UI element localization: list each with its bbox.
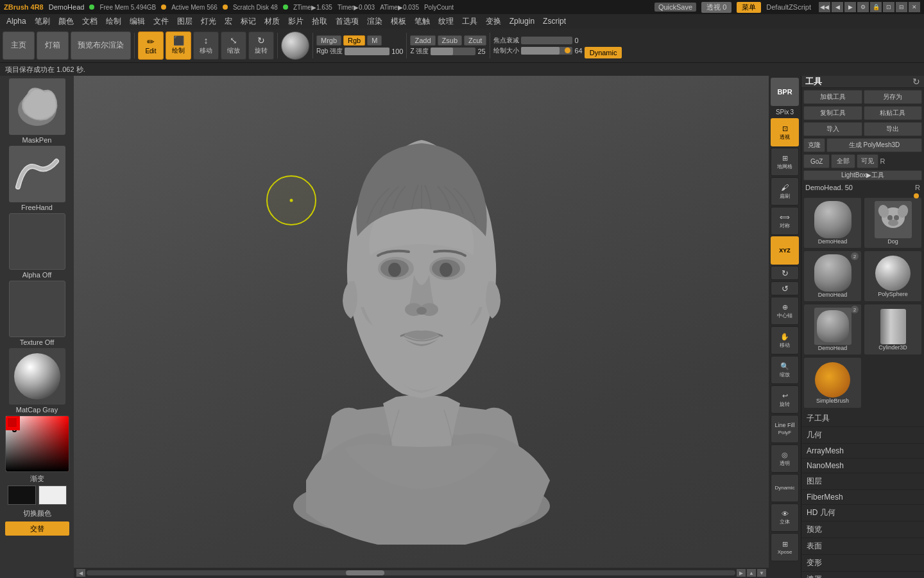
exchange-btn[interactable]: 交替: [5, 521, 69, 536]
section-geometry[interactable]: 几何: [801, 427, 924, 444]
m-btn[interactable]: M: [367, 35, 382, 46]
z-strength-slider[interactable]: [431, 48, 475, 55]
rotate-ccw-btn[interactable]: ↺: [771, 281, 799, 295]
menu-macro[interactable]: 宏: [221, 15, 236, 28]
zoom-btn[interactable]: 🔍 缩放: [771, 356, 799, 384]
tool-polysphere[interactable]: PolySphere: [864, 250, 922, 302]
menu-file[interactable]: 文件: [150, 15, 173, 28]
transparent-btn[interactable]: ◎ 透明: [771, 444, 799, 473]
scroll-left[interactable]: ◀: [76, 569, 85, 577]
scroll-up[interactable]: ▲: [747, 569, 756, 577]
save-tool-btn[interactable]: 另存为: [864, 90, 923, 104]
lightbox-tool-btn[interactable]: LightBox▶工具: [803, 170, 922, 180]
section-deformation[interactable]: 变形: [801, 555, 924, 572]
menu-tool[interactable]: 工具: [458, 15, 481, 28]
scroll-right[interactable]: ▶: [737, 569, 746, 577]
dynamic-btn2[interactable]: Dynamic: [771, 474, 799, 502]
rotate-cw-btn[interactable]: ↻: [771, 266, 799, 280]
import-btn[interactable]: 导入: [803, 122, 862, 136]
refresh-icon[interactable]: ↻: [912, 76, 920, 87]
zcut-btn[interactable]: Zcut: [464, 35, 486, 46]
all-btn[interactable]: 全部: [831, 154, 855, 168]
home-btn[interactable]: 主页: [3, 31, 35, 60]
section-arraymesh[interactable]: ArrayMesh: [801, 444, 924, 459]
matcap-gray[interactable]: MatCap Gray: [5, 348, 69, 414]
icon-btn8[interactable]: ✕: [909, 2, 920, 12]
menu-alpha[interactable]: Alpha: [3, 15, 30, 27]
section-layers[interactable]: 图层: [801, 473, 924, 490]
icon-btn2[interactable]: ◀: [832, 2, 843, 12]
icon-btn5[interactable]: 🔒: [870, 2, 882, 12]
rotate-btn[interactable]: ↻ 旋转: [248, 31, 274, 60]
section-hdgeometry[interactable]: HD 几何: [801, 505, 924, 521]
menu-zscript[interactable]: Zscript: [539, 15, 570, 27]
tool-cylinder3d[interactable]: Cylinder3D: [864, 304, 922, 355]
section-masking[interactable]: 遮罩: [801, 572, 924, 578]
swatch-black[interactable]: [8, 486, 36, 505]
menu-zplugin[interactable]: Zplugin: [506, 15, 538, 27]
quicksave-btn[interactable]: QuickSave: [654, 3, 696, 12]
zadd-btn[interactable]: Zadd: [410, 35, 435, 46]
move-btn2[interactable]: ✋ 移动: [771, 326, 799, 355]
flat-brush-btn[interactable]: 🖌 扁刷: [771, 177, 799, 206]
move-btn[interactable]: ↕ 移动: [193, 31, 219, 60]
scroll-track[interactable]: [87, 570, 735, 575]
zsub-btn[interactable]: Zsub: [438, 35, 462, 46]
menu-layer[interactable]: 图层: [173, 15, 196, 28]
menu-brush[interactable]: 笔刷: [31, 15, 54, 28]
tool-demohead1[interactable]: DemoHead: [803, 197, 862, 249]
menu-draw[interactable]: 绘制: [102, 15, 125, 28]
export-btn[interactable]: 导出: [864, 122, 923, 136]
focal-slider[interactable]: [521, 37, 572, 44]
rotate-btn2[interactable]: ↩ 旋转: [771, 385, 799, 414]
section-surface[interactable]: 表面: [801, 538, 924, 555]
stereo-btn[interactable]: 👁 立体: [771, 504, 799, 532]
clone-btn[interactable]: 克隆: [803, 138, 825, 152]
gen-poly-btn[interactable]: 生成 PolyMesh3D: [826, 138, 922, 152]
menu-texture[interactable]: 纹理: [434, 15, 458, 28]
menu-light[interactable]: 灯光: [197, 15, 220, 28]
icon-btn6[interactable]: ⊡: [883, 2, 894, 12]
symmetry-btn[interactable]: ⟺ 对称: [771, 207, 799, 235]
menu-doc[interactable]: 文档: [78, 15, 101, 28]
load-tool-btn[interactable]: 加载工具: [803, 90, 862, 104]
tool-simplebrush[interactable]: SimpleBrush: [803, 357, 862, 408]
icon-btn3[interactable]: ▶: [844, 2, 856, 12]
draw-size-slider[interactable]: [521, 47, 572, 55]
icon-btn7[interactable]: ⊟: [896, 2, 907, 12]
section-nanomesh[interactable]: NanoMesh: [801, 459, 924, 473]
canvas-area[interactable]: ◀ ▶ ▲ ▼: [74, 76, 769, 578]
preview-boolrender-btn[interactable]: 预览布尔渲染: [71, 31, 131, 60]
section-preview[interactable]: 预览: [801, 521, 924, 538]
xyz-btn[interactable]: XYZ: [771, 236, 799, 265]
scroll-down[interactable]: ▼: [757, 569, 766, 577]
mrgb-btn[interactable]: Mrgb: [316, 35, 341, 46]
tool-demohead3[interactable]: 2 DemoHead: [803, 304, 862, 355]
menu-prefs[interactable]: 首选项: [332, 15, 363, 28]
scale-btn[interactable]: ⤡ 缩放: [221, 31, 246, 60]
menu-material[interactable]: 材质: [261, 15, 284, 28]
copy-tool-btn[interactable]: 复制工具: [803, 106, 862, 120]
icon-btn4[interactable]: ⚙: [857, 2, 869, 12]
menu-template[interactable]: 模板: [387, 15, 410, 28]
menu-render[interactable]: 渲染: [363, 15, 386, 28]
bottom-scrollbar[interactable]: ◀ ▶ ▲ ▼: [74, 568, 769, 578]
rgb-btn[interactable]: Rgb: [343, 35, 365, 46]
rgb-strength-slider[interactable]: [345, 48, 389, 55]
bpr-btn[interactable]: BPR: [771, 78, 799, 106]
alpha-off[interactable]: Alpha Off: [5, 213, 69, 279]
edit-btn[interactable]: ✏ Edit: [138, 31, 164, 60]
section-subtool[interactable]: 子工具: [801, 410, 924, 427]
brush-maskpen[interactable]: MaskPen: [5, 78, 69, 144]
menu-pick[interactable]: 拾取: [308, 15, 331, 28]
icon-btn1[interactable]: ◀◀: [819, 2, 830, 12]
polyfill-btn[interactable]: Line Fill PolyF: [771, 415, 799, 443]
tool-dog[interactable]: Dog: [864, 197, 922, 249]
dynamic-btn[interactable]: Dynamic: [585, 47, 622, 58]
switch-color-btn[interactable]: 切换颜色: [5, 507, 69, 520]
menu-edit[interactable]: 编辑: [126, 15, 149, 28]
perspective-btn[interactable]: ⊡ 透视: [771, 118, 799, 146]
menu-transform[interactable]: 变换: [482, 15, 505, 28]
anchor-btn[interactable]: ⊕ 中心锚: [771, 297, 799, 325]
grid-btn[interactable]: ⊞ 地网格: [771, 148, 799, 176]
